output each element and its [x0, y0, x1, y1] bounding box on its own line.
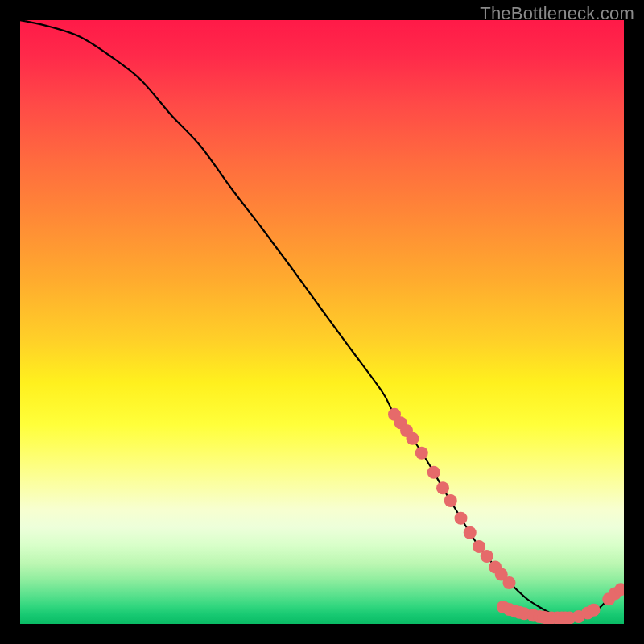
marker-dot: [481, 550, 493, 563]
marker-dot: [407, 432, 419, 445]
plot-area: [20, 20, 624, 624]
marker-dot: [436, 481, 449, 494]
marker-dot: [444, 494, 457, 507]
marker-dot: [503, 576, 516, 589]
marker-dot: [455, 512, 468, 525]
marker-dot: [588, 604, 601, 617]
chart-frame: TheBottleneck.com: [0, 0, 644, 644]
curve-line: [20, 20, 624, 619]
chart-svg: [20, 20, 624, 624]
marker-dot: [427, 466, 440, 479]
marker-dot: [464, 526, 477, 539]
marker-dot: [415, 447, 428, 460]
marker-group: [388, 408, 624, 624]
